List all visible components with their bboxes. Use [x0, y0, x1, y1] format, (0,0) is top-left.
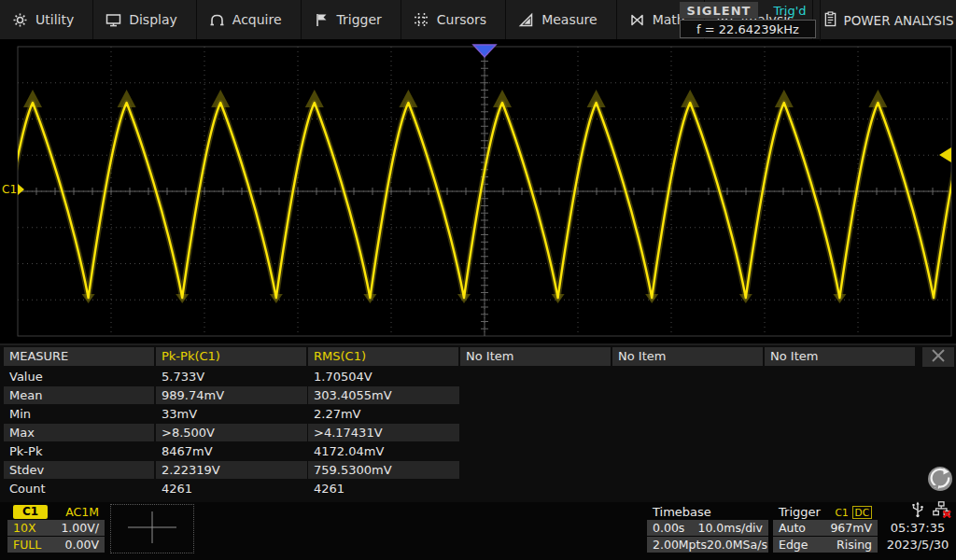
measure-panel: MEASUREPk-Pk(C1)RMS(C1)No ItemNo ItemNo …: [0, 343, 956, 502]
channel1-coupling: AC1M: [65, 505, 99, 519]
channel1-zero-marker[interactable]: C1: [2, 183, 24, 196]
waveform-display[interactable]: C1: [0, 41, 956, 343]
monitor-icon: [105, 12, 121, 28]
menu-item-trigger[interactable]: Trigger: [302, 0, 401, 39]
menu-bar: UtilityDisplayAcquireTriggerCursorsMeasu…: [0, 0, 956, 41]
measure-header-empty-4[interactable]: No Item: [612, 347, 763, 366]
menu-item-label: Display: [129, 12, 177, 27]
menu-item-label: Trigger: [337, 12, 382, 27]
measure-value: 759.5300mV: [308, 461, 459, 479]
logo-block: SIGLENT Trig'd f = 22.64239kHz: [678, 0, 818, 41]
clipboard-icon: [823, 11, 837, 30]
channel1-badge[interactable]: C1: [13, 505, 48, 519]
arch-icon: [209, 12, 225, 28]
trigger-level: 967mV: [830, 521, 872, 535]
bowtie-icon: [629, 12, 645, 28]
measure-row-label: Value: [4, 368, 154, 385]
scope-graticule: C1: [0, 41, 956, 343]
channel1-descriptor[interactable]: C1 AC1M 10X 1.00V/ FULL 0.00V: [7, 504, 105, 553]
measure-header-rms-c1-[interactable]: RMS(C1): [308, 347, 458, 366]
measure-value: 303.4055mV: [308, 386, 459, 404]
trigger-status-badge: Trig'd: [764, 2, 816, 19]
trigger-descriptor[interactable]: Trigger C1 DC Auto 967mV Edge Rising: [773, 504, 878, 553]
clock-time: 05:37:35: [882, 520, 953, 537]
measure-header-empty-5[interactable]: No Item: [765, 347, 915, 366]
lan-disconnected-icon: [933, 501, 951, 522]
measure-value: 5.733V: [156, 368, 307, 385]
trigger-label: Trigger: [779, 505, 821, 519]
timebase-descriptor[interactable]: Timebase 0.00s 10.0ms/div 2.00Mpts 20.0M…: [647, 504, 768, 553]
measure-value: 4261: [308, 480, 459, 497]
timebase-delay: 0.00s: [653, 521, 684, 535]
flag-icon: [314, 12, 330, 28]
measure-value: 33mV: [156, 405, 307, 423]
timebase-memory: 2.00Mpts: [653, 538, 707, 552]
timebase-scale: 10.0ms/div: [697, 521, 763, 535]
menu-item-label: Measure: [541, 12, 598, 27]
set-square-icon: [518, 12, 534, 28]
channel1-scale: 1.00V/: [61, 521, 99, 535]
trigger-source: C1: [836, 507, 849, 518]
power-analysis-label: POWER ANALYSIS: [844, 13, 954, 28]
measure-header-pk-pk-c1-[interactable]: Pk-Pk(C1): [156, 347, 306, 366]
menu-item-cursors[interactable]: Cursors: [401, 0, 506, 39]
measure-header-measure[interactable]: MEASURE: [4, 347, 154, 366]
measure-value: 1.70504V: [308, 368, 459, 385]
menu-item-label: Cursors: [437, 12, 486, 27]
trigger-level-marker[interactable]: [939, 147, 951, 162]
system-status: 05:37:35 2023/5/30: [882, 502, 953, 553]
measure-value: 2.27mV: [308, 405, 459, 423]
measure-value: 4172.04mV: [308, 442, 459, 460]
measure-value: 989.74mV: [156, 386, 307, 404]
channel1-trace: [0, 90, 956, 303]
measure-header-empty-3[interactable]: No Item: [460, 347, 611, 366]
trigger-mode: Auto: [779, 521, 806, 535]
close-icon: [931, 348, 946, 366]
trigger-frequency-readout: f = 22.64239kHz: [680, 20, 816, 38]
bottom-status-bar: C1 AC1M 10X 1.00V/ FULL 0.00V Timebase 0…: [0, 502, 956, 560]
close-measure-button[interactable]: [922, 347, 954, 367]
measure-row-label: Count: [4, 480, 154, 497]
measure-row-label: Max: [4, 424, 154, 441]
trigger-position-marker[interactable]: [473, 45, 496, 57]
menu-item-display[interactable]: Display: [93, 0, 197, 39]
measure-value: 8467mV: [156, 442, 307, 460]
menu-item-acquire[interactable]: Acquire: [197, 0, 302, 39]
crosshair-icon: [124, 509, 180, 550]
menu-item-label: Utility: [35, 12, 74, 27]
measure-row-label: Mean: [4, 386, 154, 404]
menu-item-measure[interactable]: Measure: [506, 0, 617, 39]
knob-icon[interactable]: [926, 465, 954, 493]
measure-row-label: Stdev: [4, 461, 154, 479]
trigger-slope: Rising: [836, 538, 872, 552]
timebase-label: Timebase: [653, 505, 711, 519]
cursor-grid-icon: [414, 12, 429, 28]
usb-icon: [910, 501, 925, 522]
channel1-offset: 0.00V: [65, 538, 99, 552]
measure-row-label: Pk-Pk: [4, 442, 154, 460]
measure-row-label: Min: [4, 405, 154, 423]
measure-value: >4.17431V: [308, 424, 459, 441]
channel1-probe: 10X: [13, 521, 35, 535]
brand-logo: SIGLENT: [680, 2, 758, 19]
measure-value: >8.500V: [156, 424, 307, 441]
menu-item-power-analysis[interactable]: POWER ANALYSIS: [820, 0, 956, 41]
oscilloscope-screen: UtilityDisplayAcquireTriggerCursorsMeasu…: [0, 0, 956, 560]
empty-channel-slot[interactable]: [110, 504, 194, 553]
trigger-coupling: DC: [852, 506, 872, 519]
trigger-type: Edge: [779, 538, 808, 552]
measure-value: 2.22319V: [156, 461, 307, 479]
channel1-bandwidth: FULL: [13, 538, 41, 552]
timebase-sample-rate: 20.0MSa/s: [707, 538, 767, 552]
menu-item-label: Acquire: [232, 12, 282, 27]
svg-text:C1: C1: [2, 183, 17, 196]
clock-date: 2023/5/30: [882, 537, 953, 553]
menu-item-utility[interactable]: Utility: [0, 0, 93, 39]
measure-value: 4261: [156, 480, 307, 497]
gear-icon: [12, 12, 28, 28]
